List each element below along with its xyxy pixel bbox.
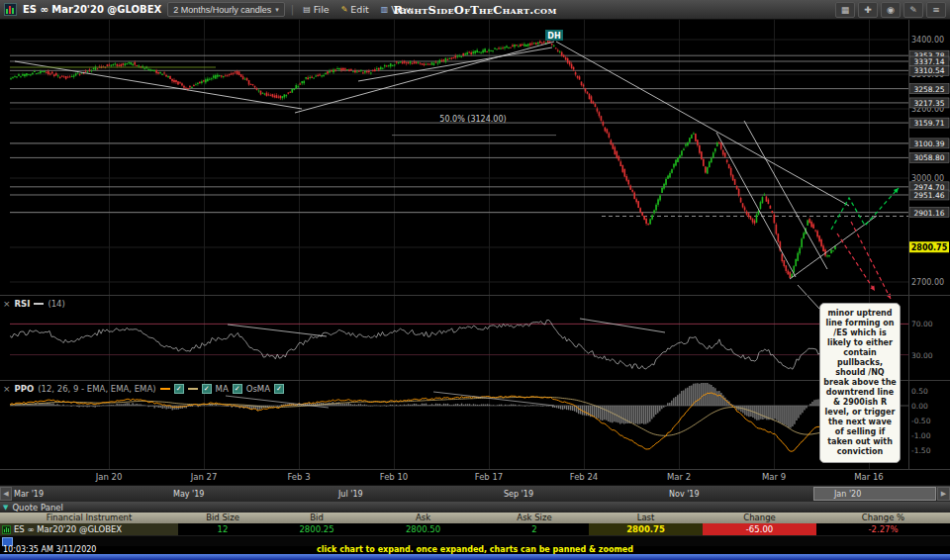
svg-text:-0.50: -0.50	[911, 417, 931, 425]
crosshair-icon[interactable]: ◉	[881, 2, 901, 18]
separator: |	[291, 4, 294, 15]
menu-edit[interactable]: ✎ Edit	[338, 4, 372, 15]
bar	[6, 9, 8, 14]
col-change-pct[interactable]: Change %	[816, 513, 950, 523]
last-price-tag: 2800.75	[909, 241, 949, 252]
brand-logo: RightSideOfTheChart.com	[393, 0, 556, 20]
svg-text:2700.00: 2700.00	[911, 278, 944, 287]
svg-text:3217.35: 3217.35	[913, 99, 944, 108]
svg-text:Feb 10: Feb 10	[380, 472, 409, 482]
chart-region: 3400.003300.003200.003100.003000.002900.…	[0, 20, 950, 485]
svg-text:2901.16: 2901.16	[913, 209, 944, 218]
bar	[12, 8, 14, 14]
toolbar-buttons: ▦ ✚ ◉ ✎ ≡	[835, 2, 946, 18]
timeline-label: Jul '19	[338, 490, 363, 499]
quote-panel-titlebar[interactable]: ▼ Quote Panel	[0, 502, 950, 513]
timeline-selection[interactable]	[813, 487, 936, 501]
svg-text:Jan 20: Jan 20	[95, 472, 123, 482]
timeline-label: Nov '19	[669, 490, 700, 499]
timeframe-label: 2 Months/Hourly candles	[173, 5, 271, 15]
svg-text:30.00: 30.00	[911, 351, 933, 360]
bar	[4, 529, 5, 532]
col-bid-size[interactable]: Bid Size	[178, 513, 267, 523]
svg-text:Feb 24: Feb 24	[570, 472, 599, 482]
signal-line-checkbox[interactable]: ✓	[202, 384, 212, 394]
bar	[6, 527, 7, 532]
instrument-cell[interactable]: ES ∞ Mar20'20 @GLOBEX	[0, 523, 178, 535]
close-rsi-icon[interactable]: ×	[3, 300, 11, 309]
col-last[interactable]: Last	[589, 513, 703, 523]
menu-bar: ES ∞ Mar20'20 @GLOBEX 2 Months/Hourly ca…	[0, 0, 950, 20]
col-ask[interactable]: Ask	[366, 513, 480, 523]
collapse-icon[interactable]: ▼	[3, 504, 8, 512]
timeline-label: Sep '19	[504, 490, 533, 499]
col-financial-instrument[interactable]: Financial Instrument	[0, 513, 178, 523]
svg-text:3058.80: 3058.80	[913, 153, 944, 162]
clock: 10:03:35 AM 3/11/2020	[3, 546, 96, 554]
svg-text:3159.71: 3159.71	[913, 119, 944, 128]
col-ask-size[interactable]: Ask Size	[480, 513, 589, 523]
add-chart-icon[interactable]: ✚	[858, 2, 878, 18]
svg-text:-1.00: -1.00	[911, 431, 931, 440]
timeline-label: May '19	[173, 490, 204, 499]
menu-file-label: File	[314, 4, 330, 15]
svg-text:Feb 3: Feb 3	[287, 472, 310, 482]
annotation-note[interactable]: minor uptrend line forming on /ES which …	[819, 303, 901, 463]
bar	[9, 6, 11, 14]
status-bar: 10:03:35 AM 3/11/2020 click chart to exp…	[0, 546, 950, 554]
timeline-label: Jan '20	[834, 490, 861, 499]
close-ppo-icon[interactable]: ×	[3, 385, 11, 394]
bar	[8, 528, 9, 532]
ppo-line-checkbox[interactable]: ✓	[174, 384, 184, 394]
ma-label: MA	[216, 384, 229, 394]
svg-text:0.50: 0.50	[911, 387, 928, 396]
quote-panel: ▼ Quote Panel Financial Instrument Bid S…	[0, 502, 950, 547]
svg-text:Mar 2: Mar 2	[667, 472, 691, 482]
file-icon: ▤	[303, 5, 311, 14]
menu-icon[interactable]: ≡	[926, 2, 946, 18]
ppo-label: PPO	[15, 384, 35, 394]
menu-file[interactable]: ▤ File	[300, 4, 332, 15]
instrument-chart-icon	[2, 525, 11, 534]
quote-row[interactable]: ES ∞ Mar20'20 @GLOBEX 12 2800.25 2800.50…	[0, 523, 950, 535]
timeframe-dropdown[interactable]: 2 Months/Hourly candles ▾	[167, 2, 285, 17]
svg-text:Jan 27: Jan 27	[190, 472, 218, 482]
rsi-line-swatch	[34, 303, 44, 305]
symbol-title[interactable]: ES ∞ Mar20'20 @GLOBEX	[23, 4, 161, 15]
svg-text:-1.50: -1.50	[911, 446, 931, 455]
quote-panel-title: Quote Panel	[12, 503, 62, 513]
col-change[interactable]: Change	[703, 513, 816, 523]
svg-text:3310.54: 3310.54	[913, 66, 944, 75]
timeline-scrollbar[interactable]: ◀ Mar '19 May '19 Jul '19 Sep '19 Nov '1…	[0, 485, 950, 502]
last-value: 2800.75	[589, 523, 703, 535]
osma-label: OsMA	[246, 384, 270, 394]
osma-checkbox[interactable]: ✓	[274, 384, 284, 394]
quote-table-header: Financial Instrument Bid Size Bid Ask As…	[0, 513, 950, 523]
rsi-label: RSI	[15, 299, 31, 309]
bid-size-value: 12	[178, 523, 267, 535]
chevron-down-icon: ▾	[275, 6, 279, 14]
scroll-left-button[interactable]: ◀	[0, 487, 12, 501]
timeline-label: Mar '19	[14, 490, 44, 499]
ppo-line-swatch	[160, 388, 170, 390]
ask-size-value: 2	[480, 523, 589, 535]
menu-edit-label: Edit	[350, 4, 368, 15]
svg-text:3258.25: 3258.25	[913, 85, 944, 94]
instrument-name: ES ∞ Mar20'20 @GLOBEX	[14, 523, 122, 535]
svg-text:Mar 9: Mar 9	[762, 472, 786, 482]
ask-value: 2800.50	[366, 523, 480, 535]
col-bid[interactable]: Bid	[267, 513, 366, 523]
layout-grid-icon[interactable]: ▦	[835, 2, 855, 18]
svg-text:DH: DH	[547, 32, 560, 41]
change-value: -65.00	[703, 523, 816, 535]
signal-line-swatch	[188, 388, 198, 390]
ma-checkbox[interactable]: ✓	[233, 384, 242, 394]
x-axis-labels: Jan 20Jan 27Feb 3Feb 10Feb 17Feb 24Mar 2…	[95, 472, 884, 482]
price-chart-svg[interactable]: 3400.003300.003200.003100.003000.002900.…	[0, 20, 950, 485]
svg-text:2951.46: 2951.46	[913, 191, 944, 200]
svg-text:Feb 17: Feb 17	[475, 472, 504, 482]
svg-text:3400.00: 3400.00	[911, 36, 944, 45]
scroll-right-button[interactable]: ▶	[937, 487, 950, 501]
app-chart-icon	[4, 3, 17, 16]
draw-icon[interactable]: ✎	[903, 2, 923, 18]
